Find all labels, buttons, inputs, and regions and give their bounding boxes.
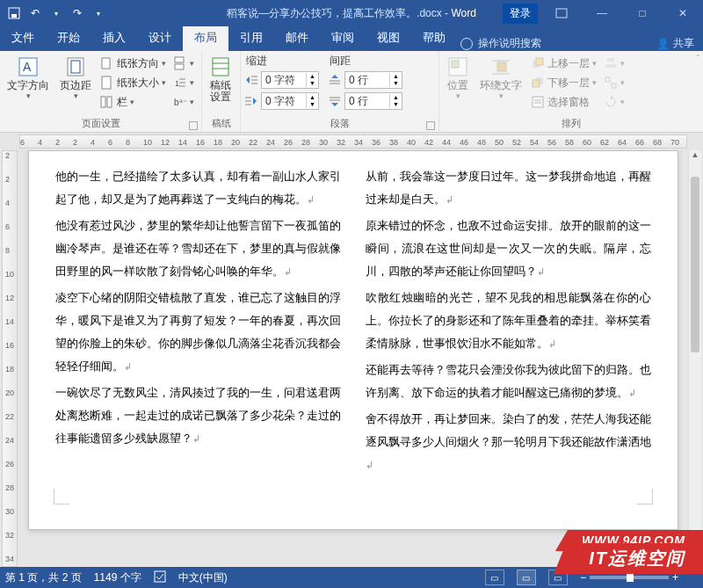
paragraph[interactable]: 凌空下心绪的阴阳交错梳散了直发，谁已忘了这触目的浮华，暖风下是谁又为了再剪了短发… xyxy=(55,287,341,378)
rotate-button[interactable] xyxy=(602,92,627,112)
tab-view[interactable]: 视图 xyxy=(366,25,411,51)
group-arrange-label: 排列 xyxy=(443,117,699,131)
svg-text:1: 1 xyxy=(175,79,179,88)
space-before-spinner[interactable]: 0 行▲▼ xyxy=(344,71,402,89)
tab-layout[interactable]: 布局 xyxy=(183,25,228,51)
login-button[interactable]: 登录 xyxy=(503,4,538,24)
svg-rect-11 xyxy=(175,57,184,62)
watermark-brand: IT运维空间 xyxy=(554,543,703,574)
status-word-count[interactable]: 1149 个字 xyxy=(94,570,141,585)
position-button[interactable]: 位置 xyxy=(443,54,473,102)
paragraph[interactable]: 他没有惹过风沙，梦里的繁华却让他誓言留下一夜孤笛的幽冷琴声。是谁还在等？雪却还在… xyxy=(55,214,341,283)
indent-right-spinner[interactable]: 0 字符▲▼ xyxy=(261,92,319,110)
group-gaozhi: 稿纸 设置 稿纸 xyxy=(202,51,241,132)
maximize-icon[interactable]: □ xyxy=(622,0,663,26)
tab-references[interactable]: 引用 xyxy=(228,25,274,51)
page: 他的一生，已经描绘了太多认真，却有着一副山水人家引起了他，却又是为了她再葬送了一… xyxy=(28,150,678,530)
view-read-mode[interactable]: ▭ xyxy=(485,570,504,585)
tab-mailings[interactable]: 邮件 xyxy=(274,25,320,51)
send-backward-button[interactable]: 下移一层 xyxy=(529,73,598,92)
save-icon[interactable] xyxy=(7,6,21,20)
indent-right-icon xyxy=(244,94,258,108)
margins-button[interactable]: 页边距 xyxy=(56,54,95,102)
minimize-icon[interactable]: — xyxy=(582,0,622,26)
bulb-icon xyxy=(460,38,473,50)
wrap-text-button[interactable]: 环绕文字 xyxy=(476,54,525,102)
proofing-icon[interactable] xyxy=(154,570,166,585)
space-before-icon xyxy=(328,73,342,87)
paragraph[interactable]: 原来错过的怀念，也敌不过命运安排。放开的眼前的这一瞬间，流浪在这世间却是一次又一… xyxy=(366,214,651,283)
line-numbers-button[interactable]: 1 xyxy=(171,73,196,92)
svg-rect-43 xyxy=(607,58,614,62)
group-objects-button[interactable] xyxy=(602,73,627,92)
text-direction-button[interactable]: A 文字方向 xyxy=(4,54,53,102)
zoom-thumb[interactable] xyxy=(627,573,634,582)
tab-help[interactable]: 帮助 xyxy=(411,25,457,51)
svg-rect-33 xyxy=(497,62,506,71)
ruler-horizontal[interactable]: 6422468101214161820222426283032343638404… xyxy=(19,134,687,149)
tab-design[interactable]: 设计 xyxy=(137,25,183,51)
wrap-text-label: 环绕文字 xyxy=(480,80,522,91)
paragraph[interactable]: 还能再去等待？雪花只会湮没你我为彼此留下的归路。也许别离、放下命运的执着才能叫醒… xyxy=(366,359,651,404)
ribbon-display-options-icon[interactable] xyxy=(541,0,582,26)
tab-home[interactable]: 开始 xyxy=(46,25,91,51)
paragraph[interactable]: 他的一生，已经描绘了太多认真，却有着一副山水人家引起了他，却又是为了她再葬送了一… xyxy=(55,165,341,211)
selection-pane-button[interactable]: 选择窗格 xyxy=(529,92,598,112)
space-after-icon xyxy=(328,94,342,108)
svg-rect-37 xyxy=(536,58,543,65)
indent-left-spinner[interactable]: 0 字符▲▼ xyxy=(261,71,319,89)
orientation-label: 纸张方向 xyxy=(117,56,159,71)
tab-insert[interactable]: 插入 xyxy=(91,25,137,51)
columns-button[interactable]: 栏 xyxy=(98,92,168,112)
columns-label: 栏 xyxy=(117,95,127,110)
space-after-spinner[interactable]: 0 行▲▼ xyxy=(344,92,402,110)
view-print-layout[interactable]: ▭ xyxy=(517,570,536,585)
margins-label: 页边距 xyxy=(60,80,91,91)
ruler-vertical[interactable]: 2246810121416182022242628303234 xyxy=(2,150,18,567)
align-button[interactable] xyxy=(602,54,627,73)
paragraph[interactable]: 从前，我会靠这一梦度日过年。这一梦我拼命地追，再醒过来却是白天。 xyxy=(366,165,651,211)
redo-icon[interactable]: ↷ xyxy=(70,6,84,20)
dropdown-icon[interactable]: ▾ xyxy=(49,6,63,20)
undo-icon[interactable]: ↶ xyxy=(28,6,42,20)
gaozhi-button[interactable]: 稿纸 设置 xyxy=(206,54,236,105)
hyphenation-button[interactable]: bᵃ⁻ xyxy=(171,92,196,112)
indent-left-value: 0 字符 xyxy=(262,73,306,88)
svg-rect-1 xyxy=(11,14,17,18)
tab-file[interactable]: 文件 xyxy=(0,25,46,51)
svg-rect-40 xyxy=(533,97,543,107)
qat-customize-icon[interactable]: ▾ xyxy=(91,6,105,20)
svg-text:bᵃ⁻: bᵃ⁻ xyxy=(174,98,187,107)
status-language[interactable]: 中文(中国) xyxy=(178,570,228,585)
page-setup-launcher[interactable] xyxy=(189,121,198,130)
paragraph[interactable]: 一碗饮尽了无数风尘，清风揍过了我的一生，问君送君两处离愁断难，一起走过的成诺已飘… xyxy=(55,381,341,450)
scroll-thumb[interactable] xyxy=(691,177,699,352)
tellme-search[interactable]: 操作说明搜索 xyxy=(460,36,541,51)
document-scroll[interactable]: 他的一生，已经描绘了太多认真，却有着一副山水人家引起了他，却又是为了她再葬送了一… xyxy=(19,150,687,567)
document-content[interactable]: 他的一生，已经描绘了太多认真，却有着一副山水人家引起了他，却又是为了她再葬送了一… xyxy=(55,165,651,476)
ribbon-tabs: 文件 开始 插入 设计 布局 引用 邮件 审阅 视图 帮助 操作说明搜索 👤 共… xyxy=(0,26,703,51)
titlebar: ↶ ▾ ↷ ▾ 稻客说—分享办公技巧，提高工作效率。.docx - Word 登… xyxy=(0,0,703,26)
group-arrange: 位置 环绕文字 上移一层 下移一层 选择窗格 排列 ˇ xyxy=(439,51,703,132)
paragraph[interactable]: 吹散红烛幽暗的光芒，望不见我的相思能飘落在你的心上。你拉长了的身影还和了陈年重叠… xyxy=(366,287,651,355)
close-icon[interactable]: ✕ xyxy=(663,0,703,26)
svg-rect-18 xyxy=(213,58,228,76)
scroll-up-icon[interactable]: ▲ xyxy=(689,150,701,163)
ribbon-collapse-icon[interactable]: ˇ xyxy=(697,54,699,64)
vertical-scrollbar[interactable]: ▲ ▼ xyxy=(688,150,701,567)
size-label: 纸张大小 xyxy=(117,76,159,91)
tab-review[interactable]: 审阅 xyxy=(320,25,366,51)
size-button[interactable]: 纸张大小 xyxy=(98,73,168,92)
breaks-button[interactable] xyxy=(171,54,196,73)
indent-left-icon xyxy=(244,73,258,87)
paragraph[interactable]: 舍不得放开，再让梦回来。染白了的发，茫茫人海我还能逐风飘寻多少人间烟火？那一轮明… xyxy=(366,408,651,476)
app-name: Word xyxy=(451,7,475,19)
status-page[interactable]: 第 1 页，共 2 页 xyxy=(5,570,82,585)
group-paragraph: 缩进 0 字符▲▼ 0 字符▲▼ 间距 0 行▲▼ 0 行▲▼ 段落 xyxy=(241,51,439,132)
orientation-button[interactable]: 纸张方向 xyxy=(98,54,168,73)
paragraph-launcher[interactable] xyxy=(426,121,435,130)
share-button[interactable]: 👤 共享 xyxy=(656,36,694,51)
bring-forward-button[interactable]: 上移一层 xyxy=(529,54,598,73)
group-paragraph-label: 段落 xyxy=(244,117,435,131)
svg-rect-7 xyxy=(102,58,110,69)
